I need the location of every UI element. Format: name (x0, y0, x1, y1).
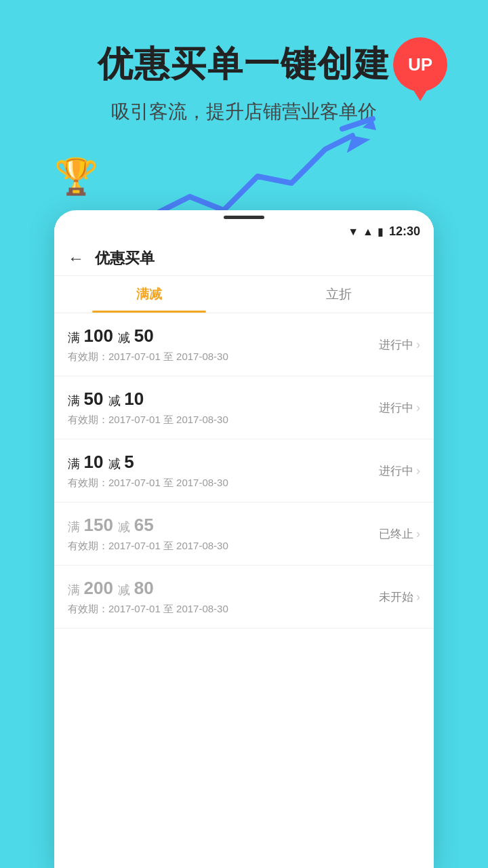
tab-bar: 满减 立折 (54, 276, 434, 313)
deal-info: 满 50 减 10 有效期：2017-07-01 至 2017-08-30 (68, 389, 228, 427)
deal-date: 有效期：2017-07-01 至 2017-08-30 (68, 540, 228, 553)
status-text: 已终止 (379, 526, 413, 542)
deal-date: 有效期：2017-07-01 至 2017-08-30 (68, 603, 228, 616)
nav-bar: ← 优惠买单 (54, 241, 434, 276)
deal-item[interactable]: 满 150 减 65 有效期：2017-07-01 至 2017-08-30 已… (54, 502, 434, 566)
deal-status: 进行中 › (379, 400, 420, 416)
status-text: 进行中 (379, 337, 413, 353)
status-time: 12:30 (389, 224, 420, 239)
deal-status: 进行中 › (379, 337, 420, 353)
signal-icon: ▲ (363, 226, 373, 238)
deal-item[interactable]: 满 100 减 50 有效期：2017-07-01 至 2017-08-30 进… (54, 313, 434, 376)
trophy-icon: 🏆 (54, 156, 98, 197)
deal-date: 有效期：2017-07-01 至 2017-08-30 (68, 414, 228, 427)
deal-status: 未开始 › (379, 589, 420, 605)
up-badge: UP (393, 37, 447, 92)
phone-mockup: ▼ ▲ ▮ 12:30 ← 优惠买单 满减 立折 满 100 减 50 有效期：… (54, 210, 434, 868)
deal-info: 满 100 减 50 有效期：2017-07-01 至 2017-08-30 (68, 326, 228, 363)
chevron-right-icon: › (416, 590, 420, 604)
status-text: 未开始 (379, 589, 413, 605)
deal-info: 满 200 减 80 有效期：2017-07-01 至 2017-08-30 (68, 578, 228, 616)
deal-list: 满 100 减 50 有效期：2017-07-01 至 2017-08-30 进… (54, 313, 434, 629)
deal-status: 进行中 › (379, 463, 420, 479)
battery-icon: ▮ (378, 225, 384, 238)
status-text: 进行中 (379, 400, 413, 416)
deal-date: 有效期：2017-07-01 至 2017-08-30 (68, 351, 228, 363)
chevron-right-icon: › (416, 338, 420, 352)
deal-info: 满 150 减 65 有效期：2017-07-01 至 2017-08-30 (68, 515, 228, 553)
deal-item[interactable]: 满 10 减 5 有效期：2017-07-01 至 2017-08-30 进行中… (54, 439, 434, 502)
deal-title: 满 10 减 5 (68, 452, 228, 473)
chevron-right-icon: › (416, 464, 420, 478)
deal-info: 满 10 减 5 有效期：2017-07-01 至 2017-08-30 (68, 452, 228, 490)
tab-lizhe[interactable]: 立折 (244, 276, 434, 313)
status-bar: ▼ ▲ ▮ 12:30 (54, 219, 434, 241)
page-title: 优惠买单 (95, 248, 155, 269)
deal-title: 满 100 减 50 (68, 326, 228, 347)
deal-item[interactable]: 满 200 减 80 有效期：2017-07-01 至 2017-08-30 未… (54, 566, 434, 629)
wifi-icon: ▼ (348, 226, 359, 238)
tab-manjian[interactable]: 满减 (54, 276, 244, 313)
deal-status: 已终止 › (379, 526, 420, 542)
status-text: 进行中 (379, 463, 413, 479)
deal-title: 满 150 减 65 (68, 515, 228, 536)
deal-title: 满 50 减 10 (68, 389, 228, 410)
deal-date: 有效期：2017-07-01 至 2017-08-30 (68, 477, 228, 490)
deal-title: 满 200 减 80 (68, 578, 228, 599)
chevron-right-icon: › (416, 401, 420, 415)
back-button[interactable]: ← (68, 249, 84, 268)
chevron-right-icon: › (416, 527, 420, 541)
status-icons: ▼ ▲ ▮ (348, 225, 384, 238)
deal-item[interactable]: 满 50 减 10 有效期：2017-07-01 至 2017-08-30 进行… (54, 376, 434, 439)
